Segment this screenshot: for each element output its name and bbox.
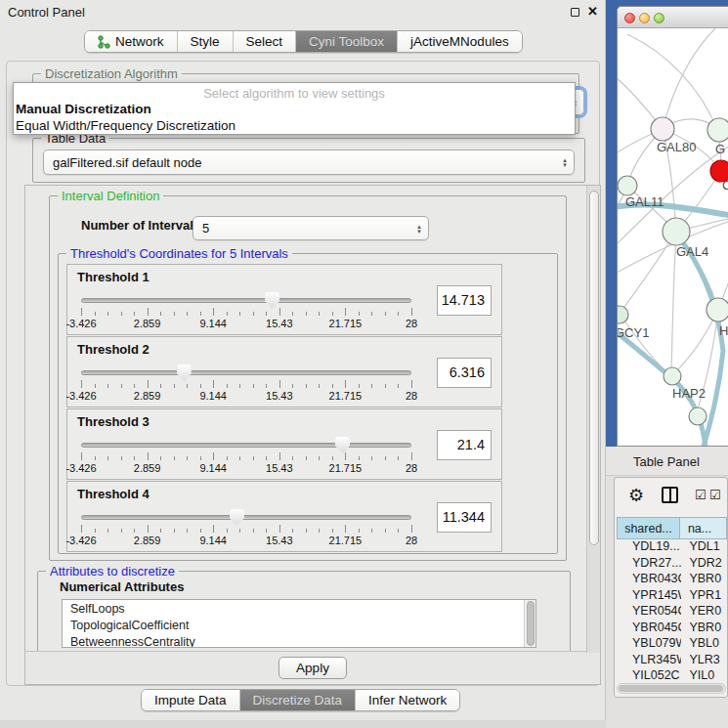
minimize-traffic-light-icon[interactable]: [639, 13, 650, 23]
slider-track[interactable]: [81, 298, 411, 303]
threshold-value-field[interactable]: 14.713: [437, 285, 492, 316]
table-cell: YBL0: [681, 636, 727, 653]
threshold-value-field[interactable]: 6.316: [437, 358, 492, 388]
combobox-arrows-icon: ▴▾: [558, 157, 574, 167]
control-panel-window: Control Panel ✕ NetworkStyleSelectCyni T…: [0, 0, 606, 720]
threshold-panel: Threshold 3-3.4262.8599.14415.4321.71528…: [66, 408, 502, 480]
tab-jactivemnodules[interactable]: jActiveMNodules: [397, 31, 522, 52]
table-row[interactable]: YER054CYER0: [617, 604, 727, 621]
network-node-gal11[interactable]: [618, 176, 637, 195]
threshold-slider[interactable]: -3.4262.8599.14415.4321.71528: [81, 364, 411, 404]
network-edge[interactable]: [620, 314, 671, 376]
numerical-attributes-label: Numerical Attributes: [60, 579, 184, 594]
close-traffic-light-icon[interactable]: [624, 13, 635, 23]
dropdown-option-manual[interactable]: Manual Discretization: [14, 101, 575, 117]
tab-select[interactable]: Select: [233, 31, 296, 52]
settings-scroll-panel: Interval Definition Number of Intervals …: [24, 185, 601, 685]
tab-discretize-data[interactable]: Discretize Data: [239, 690, 356, 710]
table-cell: YBR043C: [617, 572, 681, 588]
slider-ticks: [81, 452, 411, 460]
panel-scrollbar[interactable]: [586, 186, 600, 653]
attribute-list-item[interactable]: TopologicalCoefficient: [63, 617, 535, 633]
table-row[interactable]: YBR043CYBR0: [617, 572, 727, 588]
tab-label: Discretize Data: [253, 693, 343, 707]
slider-track[interactable]: [81, 515, 411, 520]
cyni-mode-tabs: Impute DataDiscretize DataInfer Network: [141, 689, 460, 711]
control-panel-titlebar: Control Panel ✕: [0, 0, 605, 23]
dropdown-hint: Select algorithm to view settings: [14, 83, 575, 101]
network-icon: [98, 35, 110, 49]
close-icon[interactable]: ✕: [587, 4, 598, 19]
attribute-list-item[interactable]: BetweennessCentrality: [63, 633, 535, 648]
split-pane-icon[interactable]: [662, 487, 678, 503]
table-cell: YER054C: [617, 604, 681, 621]
network-edge[interactable]: [620, 232, 676, 314]
column-header-2[interactable]: na...: [680, 517, 727, 539]
combobox-arrows-icon: ▴▾: [412, 224, 428, 234]
network-node[interactable]: [707, 118, 728, 142]
network-node[interactable]: [707, 298, 728, 321]
table-row[interactable]: YBL079WYBL0: [617, 636, 727, 653]
slider-thumb[interactable]: [230, 509, 244, 526]
network-node-label: GAL80: [657, 140, 696, 154]
table-cell: YBR0: [681, 572, 727, 588]
threshold-slider[interactable]: -3.4262.8599.14415.4321.71528: [81, 437, 411, 476]
checkbox-icon[interactable]: ☑: [709, 488, 721, 502]
threshold-panel: Threshold 2-3.4262.8599.14415.4321.71528…: [66, 336, 502, 407]
threshold-value-field[interactable]: 11.344: [437, 502, 492, 533]
table-cell: YDL19...: [617, 539, 681, 556]
network-node[interactable]: [689, 407, 707, 425]
threshold-slider[interactable]: -3.4262.8599.14415.4321.71528: [81, 292, 411, 331]
slider-thumb[interactable]: [335, 437, 350, 453]
checkbox-icon[interactable]: ☑: [695, 488, 707, 502]
table-cell: YER0: [681, 604, 727, 621]
network-edge[interactable]: [627, 34, 718, 132]
threshold-value-field[interactable]: 21.4: [437, 430, 492, 460]
dropdown-option-equal-width[interactable]: Equal Width/Frequency Discretization: [14, 117, 575, 134]
slider-track[interactable]: [81, 443, 411, 448]
network-node-hap2[interactable]: [664, 367, 681, 385]
table-row[interactable]: YBR045CYBR0: [617, 621, 727, 637]
threshold-label: Threshold 3: [77, 414, 150, 429]
slider-ticks: [81, 308, 411, 316]
table-cell: YLR3: [681, 653, 727, 669]
network-node-gcy1[interactable]: [618, 306, 628, 323]
network-view-window: GAL80GAL11GAL4GCY1HAP2GCH: [617, 6, 728, 447]
tab-label: Impute Data: [154, 693, 227, 707]
network-canvas[interactable]: GAL80GAL11GAL4GCY1HAP2GCH: [618, 28, 728, 447]
threshold-panel: Threshold 4-3.4262.8599.14415.4321.71528…: [66, 481, 502, 552]
apply-button[interactable]: Apply: [278, 657, 347, 679]
network-node-gal4[interactable]: [663, 218, 690, 245]
list-scrollbar[interactable]: [524, 600, 535, 647]
table-row[interactable]: YPR145WYPR1: [617, 588, 727, 605]
tab-network[interactable]: Network: [85, 31, 177, 52]
attribute-list-item[interactable]: SelfLoops: [63, 600, 535, 617]
table-cell: YDR2: [681, 556, 727, 573]
tab-style[interactable]: Style: [177, 31, 233, 52]
table-row[interactable]: YDR27...YDR2: [617, 556, 727, 573]
slider-thumb[interactable]: [177, 364, 192, 381]
number-of-intervals-combobox[interactable]: 5 ▴▾: [193, 216, 429, 240]
network-edge[interactable]: [663, 28, 715, 129]
threshold-slider[interactable]: -3.4262.8599.14415.4321.71528: [81, 509, 411, 548]
network-node-gal80[interactable]: [651, 117, 674, 141]
tab-label: Cyni Toolbox: [309, 34, 384, 49]
network-node-label-partial: G: [715, 142, 725, 156]
zoom-traffic-light-icon[interactable]: [654, 13, 664, 23]
slider-thumb[interactable]: [265, 292, 279, 309]
slider-track[interactable]: [81, 370, 411, 375]
tab-cyni-toolbox[interactable]: Cyni Toolbox: [295, 31, 397, 52]
tab-impute-data[interactable]: Impute Data: [142, 690, 239, 710]
table-row[interactable]: YDL19...YDL1: [617, 539, 727, 556]
table-panel-title: Table Panel: [606, 447, 728, 476]
column-header-1[interactable]: shared...: [617, 517, 680, 539]
attributes-listbox[interactable]: SelfLoopsTopologicalCoefficientBetweenne…: [62, 599, 536, 648]
float-window-icon[interactable]: [571, 8, 579, 17]
interval-definition-group: Interval Definition Number of Intervals …: [49, 195, 567, 561]
table-h-scrollbar[interactable]: [617, 683, 726, 694]
table-data-combobox[interactable]: galFiltered.sif default node ▴▾: [43, 150, 575, 175]
table-row[interactable]: YLR345WYLR3: [617, 653, 727, 669]
gear-icon[interactable]: ⚙: [628, 485, 644, 506]
tab-infer-network[interactable]: Infer Network: [355, 690, 459, 710]
table-cell: YBR045C: [617, 621, 681, 637]
